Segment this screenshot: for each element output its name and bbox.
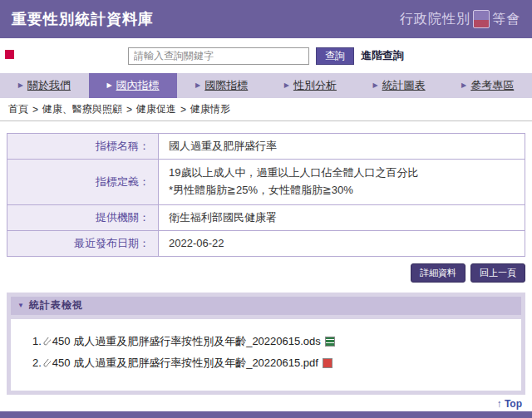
- detail-data-button[interactable]: 詳細資料: [411, 263, 466, 283]
- chevron-down-icon: ▼: [17, 302, 24, 309]
- row-label: 指標名稱：: [7, 134, 159, 160]
- breadcrumb-separator: >: [32, 104, 38, 116]
- indicator-detail-table: 指標名稱： 國人過重及肥胖盛行率 指標定義： 19歲以上成人中，過重以上人口佔全…: [7, 133, 525, 257]
- nav-item-label: 統計圖表: [382, 78, 426, 93]
- chevron-right-icon: ▶: [106, 82, 111, 89]
- nav-item-about[interactable]: ▶ 關於我們: [0, 73, 89, 98]
- breadcrumb-home[interactable]: 首頁: [8, 102, 28, 116]
- row-value: 19歲以上成人中，過重以上人口佔全體人口之百分比 *男性體脂肪≧25%，女性體脂…: [159, 160, 525, 205]
- breadcrumb-current: 健康情形: [190, 102, 230, 116]
- file-list-item: 2. 450 成人過重及肥胖盛行率按性別及年齡_20220615.pdf: [32, 352, 513, 374]
- table-row: 指標定義： 19歲以上成人中，過重以上人口佔全體人口之百分比 *男性體脂肪≧25…: [7, 160, 525, 205]
- stats-accordion-header[interactable]: ▼ 統計表檢視: [11, 297, 521, 315]
- top-link-row: ↑ Top: [0, 395, 532, 411]
- nav-item-reference-area[interactable]: ▶ 參考專區: [443, 73, 532, 98]
- site-header: 重要性別統計資料庫 行政院性別 等會: [0, 0, 532, 38]
- definition-line-2: *男性體脂肪≧25%，女性體脂肪≧30%: [169, 182, 515, 199]
- page: 重要性別統計資料庫 行政院性別 等會 查詢 進階查詢 ▶ 關於我們 ▶ 國內指標…: [0, 0, 532, 418]
- accesskey-marker-icon: [5, 50, 14, 59]
- back-to-top-link[interactable]: ↑ Top: [497, 398, 522, 410]
- search-input[interactable]: [128, 47, 309, 65]
- breadcrumb: 首頁 > 健康、醫療與照顧 > 健康促進 > 健康情形: [0, 98, 532, 121]
- site-title: 重要性別統計資料庫: [12, 9, 154, 29]
- advanced-search-link[interactable]: 進階查詢: [361, 48, 404, 63]
- file-link-pdf[interactable]: 450 成人過重及肥胖盛行率按性別及年齡_20220615.pdf: [52, 352, 318, 374]
- main-nav: ▶ 關於我們 ▶ 國內指標 ▶ 國際指標 ▶ 性別分析 ▶ 統計圖表 ▶ 參考專…: [0, 73, 532, 98]
- definition-line-1: 19歲以上成人中，過重以上人口佔全體人口之百分比: [169, 165, 515, 182]
- org-name-left: 行政院性別: [400, 11, 470, 28]
- chevron-right-icon: ▶: [461, 82, 466, 89]
- nav-item-domestic-indicators[interactable]: ▶ 國內指標: [89, 73, 178, 98]
- ods-file-icon: [325, 337, 335, 347]
- pdf-file-icon: [323, 358, 332, 368]
- accordion-title: 統計表檢視: [29, 298, 83, 312]
- row-value: 國人過重及肥胖盛行率: [159, 134, 525, 160]
- search-button[interactable]: 查詢: [316, 47, 354, 65]
- site-footer: 政府網站資料開放宣告 ｜ 隱私權&網站安全政策 ｜ 行政院版權所有© 最佳瀏覽解…: [0, 411, 532, 418]
- action-buttons: 詳細資料 回上一頁: [7, 263, 525, 283]
- back-button[interactable]: 回上一頁: [470, 263, 525, 283]
- breadcrumb-category[interactable]: 健康、醫療與照顧: [42, 102, 122, 116]
- org-brand: 行政院性別 等會: [400, 10, 520, 28]
- table-row: 最近發布日期： 2022-06-22: [7, 230, 525, 256]
- nav-item-label: 國際指標: [204, 78, 248, 93]
- breadcrumb-subcategory[interactable]: 健康促進: [136, 102, 176, 116]
- gender-equality-logo-icon: [473, 10, 490, 28]
- row-label: 提供機關：: [7, 204, 159, 230]
- file-link-ods[interactable]: 450 成人過重及肥胖盛行率按性別及年齡_20220615.ods: [52, 331, 321, 352]
- org-name-right: 等會: [492, 11, 520, 28]
- attachment-icon: [42, 337, 51, 346]
- file-index: 1.: [32, 331, 42, 352]
- file-list-item: 1. 450 成人過重及肥胖盛行率按性別及年齡_20220615.ods: [32, 331, 513, 352]
- search-bar: 查詢 進階查詢: [0, 38, 532, 73]
- table-row: 指標名稱： 國人過重及肥胖盛行率: [7, 134, 525, 160]
- nav-item-label: 國內指標: [116, 78, 160, 93]
- breadcrumb-separator: >: [126, 104, 132, 116]
- table-row: 提供機關： 衛生福利部國民健康署: [7, 204, 525, 230]
- nav-item-label: 關於我們: [27, 78, 71, 93]
- row-value: 2022-06-22: [159, 230, 525, 256]
- nav-item-statistical-charts[interactable]: ▶ 統計圖表: [355, 73, 444, 98]
- chevron-right-icon: ▶: [195, 82, 200, 89]
- attachment-icon: [42, 358, 51, 367]
- chevron-right-icon: ▶: [372, 82, 377, 89]
- nav-item-international-indicators[interactable]: ▶ 國際指標: [177, 73, 266, 98]
- nav-item-label: 參考專區: [470, 78, 514, 93]
- indicator-detail-section: 指標名稱： 國人過重及肥胖盛行率 指標定義： 19歲以上成人中，過重以上人口佔全…: [0, 121, 532, 283]
- file-index: 2.: [32, 352, 42, 374]
- row-value: 衛生福利部國民健康署: [159, 204, 525, 230]
- row-label: 最近發布日期：: [7, 230, 159, 256]
- chevron-right-icon: ▶: [284, 82, 289, 89]
- nav-item-gender-analysis[interactable]: ▶ 性別分析: [266, 73, 355, 98]
- chevron-right-icon: ▶: [18, 82, 23, 89]
- breadcrumb-separator: >: [180, 104, 186, 116]
- row-label: 指標定義：: [7, 160, 159, 205]
- stats-body: 1. 450 成人過重及肥胖盛行率按性別及年齡_20220615.ods 2. …: [11, 319, 521, 391]
- nav-item-label: 性別分析: [293, 78, 337, 93]
- stats-table-section: ▼ 統計表檢視 1. 450 成人過重及肥胖盛行率按性別及年齡_20220615…: [7, 293, 525, 395]
